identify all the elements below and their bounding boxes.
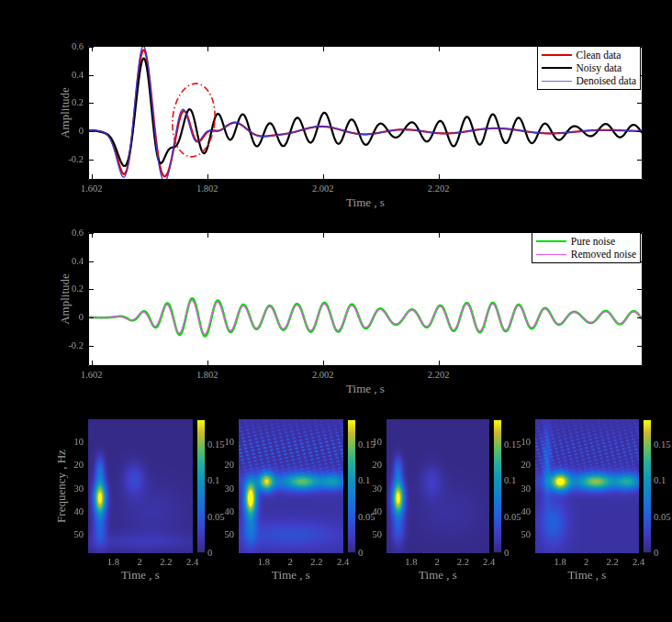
spectrogram-4	[535, 419, 639, 553]
p2-ytick-label: 0	[56, 312, 84, 323]
legend-line-swatch	[542, 81, 572, 82]
p2-xtick-label: 1.602	[73, 370, 110, 381]
legend-line-swatch	[542, 67, 572, 69]
spectrogram-1-canvas	[88, 419, 193, 553]
p1-xtick-label: 2.002	[305, 183, 342, 194]
spectrogram-xtick-label: 2.4	[471, 557, 508, 568]
spectrogram-ytick-label: 20	[63, 460, 84, 471]
p2-xtick-label: 2.202	[420, 370, 457, 381]
highlight-ellipse-annotation	[169, 81, 218, 160]
spectrogram-4-colorbar	[643, 419, 652, 553]
legend-entry: Removed noise	[534, 248, 636, 261]
spectrogram-xtick-label: 2.4	[621, 557, 657, 568]
spectrogram-ytick-label: 30	[214, 483, 234, 494]
legend-entry: Denoised data	[540, 74, 636, 87]
legend-label: Noisy data	[577, 62, 622, 73]
spectrogram-ytick-label: 30	[362, 483, 382, 494]
figure-canvas: Amplitude Clean dataNoisy dataDenoised d…	[0, 0, 672, 622]
p2-ytick-label: 0.6	[56, 228, 84, 239]
p1-xtick-label: 1.602	[73, 183, 110, 194]
spectrogram-xtick-label: 2.4	[325, 557, 362, 568]
colorbar-tick-label: 0.15	[654, 439, 670, 450]
p1-legend: Clean dataNoisy dataDenoised data	[537, 46, 641, 90]
spectrogram-ytick-label: 50	[214, 529, 234, 540]
spectrogram-3-colorbar	[493, 419, 502, 553]
legend-entry: Pure noise	[534, 235, 636, 248]
spectrogram-ytick-label: 10	[63, 437, 84, 448]
panel-top-timeseries: Clean dataNoisy dataDenoised data	[88, 46, 643, 180]
spectrogram-ytick-label: 10	[510, 437, 531, 448]
spectrogram-ytick-label: 10	[362, 437, 382, 448]
spectrogram-1-colorbar	[196, 419, 206, 553]
p1-ytick-label: 0.2	[56, 97, 84, 108]
spectrogram-x-axis-label: Time , s	[535, 568, 639, 583]
spectrogram-ytick-label: 20	[214, 460, 234, 471]
spectrogram-ytick-label: 30	[510, 483, 531, 494]
spectrogram-ytick-label: 20	[362, 460, 382, 471]
spectrogram-ytick-label: 50	[510, 529, 531, 540]
spectrogram-ytick-label: 50	[362, 529, 382, 540]
p2-legend: Pure noiseRemoved noise	[532, 232, 641, 263]
spectrogram-x-axis-label: Time , s	[386, 568, 489, 583]
p1-ytick-label: 0.4	[56, 70, 84, 81]
legend-line-swatch	[536, 254, 566, 255]
spectrogram-3-canvas	[386, 419, 489, 553]
p2-ytick-label: 0.2	[56, 283, 84, 294]
spectrogram-2-colorbar	[347, 419, 356, 553]
p2-ytick-label: -0.2	[56, 340, 84, 351]
spectrogram-ytick-label: 10	[214, 437, 234, 448]
spectrogram-ytick-label: 30	[63, 483, 84, 494]
legend-entry: Noisy data	[540, 61, 636, 74]
p1-ytick-label: -0.2	[56, 154, 84, 165]
spectrogram-ytick-label: 20	[510, 460, 531, 471]
spectrogram-ytick-label: 40	[214, 506, 234, 517]
p2-xtick-label: 2.002	[305, 370, 342, 381]
spectrogram-2-canvas	[239, 419, 343, 553]
legend-line-swatch	[536, 240, 566, 242]
spectrogram-xtick-label: 2.4	[174, 557, 211, 568]
spectrogram-ytick-label: 40	[510, 506, 531, 517]
legend-entry: Clean data	[540, 49, 636, 61]
p2-xtick-label: 1.802	[189, 370, 226, 381]
p2-ytick-label: 0.4	[56, 256, 84, 267]
legend-line-swatch	[542, 54, 572, 56]
panel-middle-timeseries: Pure noiseRemoved noise	[88, 232, 643, 366]
spectrogram-2	[239, 419, 343, 553]
spectrogram-ytick-label: 50	[63, 529, 84, 540]
legend-label: Removed noise	[571, 249, 636, 260]
spectrogram-x-axis-label: Time , s	[88, 568, 193, 583]
p1-xtick-label: 1.802	[189, 183, 226, 194]
spectrogram-ytick-label: 40	[63, 506, 84, 517]
spectrogram-x-axis-label: Time , s	[239, 568, 343, 583]
p1-ytick-label: 0.6	[56, 41, 84, 52]
spectrogram-ytick-label: 40	[362, 506, 382, 517]
p1-x-axis-label: Time , s	[88, 195, 643, 210]
p1-ytick-label: 0	[56, 126, 84, 137]
legend-label: Denoised data	[577, 75, 636, 86]
legend-label: Pure noise	[571, 236, 615, 247]
spectrogram-3	[386, 419, 489, 553]
p2-x-axis-label: Time , s	[88, 382, 643, 396]
spectrogram-1	[88, 419, 193, 553]
p1-xtick-label: 2.202	[420, 183, 457, 194]
spectrogram-4-canvas	[535, 419, 639, 553]
legend-label: Clean data	[577, 50, 622, 61]
colorbar-tick-label: 0.1	[654, 475, 666, 486]
colorbar-tick-label: 0.05	[654, 512, 670, 523]
